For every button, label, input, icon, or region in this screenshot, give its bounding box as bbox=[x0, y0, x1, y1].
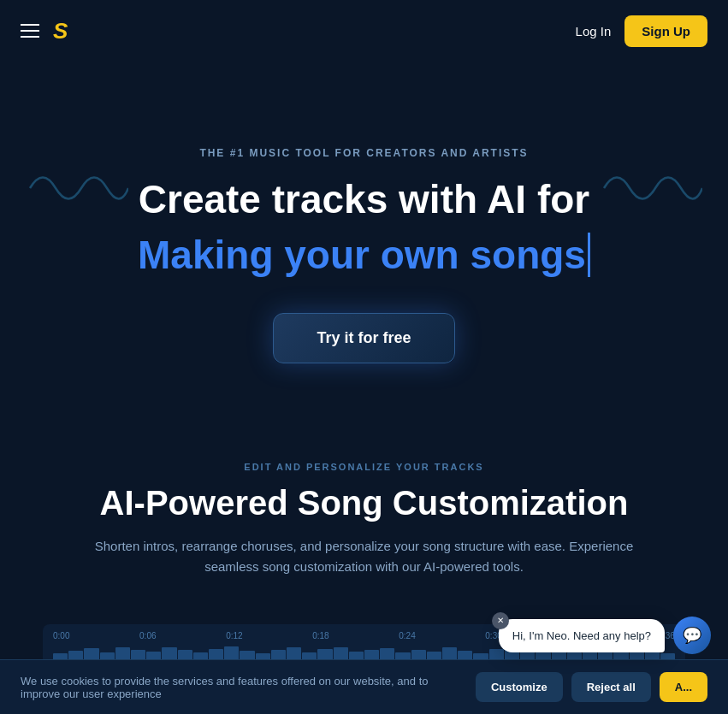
cookie-banner: We use cookies to provide the services a… bbox=[0, 659, 728, 714]
nav-right: Log In Sign Up bbox=[576, 15, 707, 47]
customization-section: EDIT AND PERSONALIZE YOUR TRACKS AI-Powe… bbox=[0, 462, 728, 598]
chat-avatar-button[interactable]: 💬 bbox=[673, 617, 711, 654]
chat-bubble: ✕ Hi, I'm Neo. Need any help? bbox=[499, 619, 665, 652]
navigation: S Log In Sign Up bbox=[0, 0, 728, 62]
time-3: 0:18 bbox=[312, 631, 328, 640]
hero-section: THE #1 MUSIC TOOL FOR CREATORS AND ARTIS… bbox=[0, 62, 728, 363]
reject-cookies-button[interactable]: Reject all bbox=[571, 672, 651, 702]
section-title: AI-Powered Song Customization bbox=[68, 484, 660, 522]
accept-cookies-button[interactable]: A... bbox=[660, 672, 707, 702]
chat-widget: ✕ Hi, I'm Neo. Need any help? 💬 bbox=[499, 617, 711, 654]
hero-tagline: THE #1 MUSIC TOOL FOR CREATORS AND ARTIS… bbox=[199, 147, 528, 159]
try-free-button[interactable]: Try it for free bbox=[273, 313, 454, 363]
logo: S bbox=[53, 18, 68, 44]
chat-close-button[interactable]: ✕ bbox=[492, 612, 509, 629]
section-description: Shorten intros, rearrange choruses, and … bbox=[68, 536, 660, 577]
time-0: 0:00 bbox=[53, 631, 69, 640]
nav-left: S bbox=[21, 18, 68, 44]
cookie-buttons: Customize Reject all A... bbox=[476, 672, 707, 702]
customize-cookies-button[interactable]: Customize bbox=[476, 672, 563, 702]
section-tag: EDIT AND PERSONALIZE YOUR TRACKS bbox=[68, 462, 660, 472]
time-4: 0:24 bbox=[399, 631, 415, 640]
hero-subtitle: Making your own songs bbox=[138, 232, 590, 279]
hero-title: Create tracks with AI for bbox=[139, 176, 589, 223]
hamburger-menu[interactable] bbox=[21, 24, 39, 38]
chat-message: Hi, I'm Neo. Need any help? bbox=[512, 629, 651, 642]
cookie-text: We use cookies to provide the services a… bbox=[21, 675, 448, 700]
time-2: 0:12 bbox=[226, 631, 242, 640]
login-button[interactable]: Log In bbox=[576, 24, 612, 38]
signup-button[interactable]: Sign Up bbox=[624, 15, 707, 47]
time-1: 0:06 bbox=[139, 631, 156, 640]
